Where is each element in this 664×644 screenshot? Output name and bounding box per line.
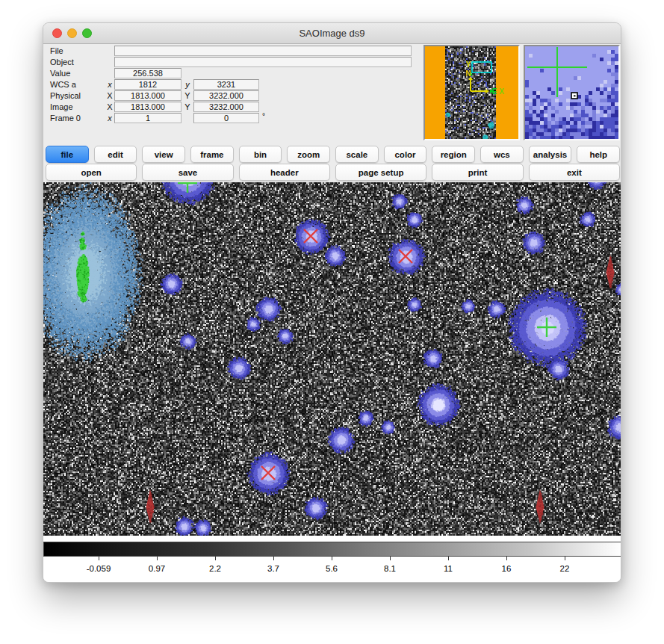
info-label-physical: Physical [43, 91, 105, 100]
info-panel: FileObjectValue256.538WCS ax1812y3231Phy… [43, 45, 417, 123]
menu-save-button[interactable]: save [142, 164, 233, 181]
menu-edit-button[interactable]: edit [94, 146, 137, 163]
axis-label-image-2: Y [181, 102, 193, 111]
physical-x-field[interactable]: 1813.000 [114, 90, 181, 101]
menu-help-button[interactable]: help [577, 146, 620, 163]
physical-y-field[interactable]: 3232.000 [193, 90, 259, 101]
ds9-window: SAOImage ds9 FileObjectValue256.538WCS a… [43, 22, 621, 583]
colorbar-strip: -0.0590.972.23.75.68.1111622 [43, 536, 621, 583]
magnifier-canvas[interactable] [525, 46, 618, 139]
menu-wcs-button[interactable]: wcs [480, 146, 524, 163]
degree-symbol: ° [262, 112, 265, 120]
menu-scale-button[interactable]: scale [335, 146, 379, 163]
colorbar-tick-label: 3.7 [267, 564, 279, 573]
menu-region-button[interactable]: region [432, 146, 475, 163]
colorbar-tick-label: -0.059 [87, 564, 111, 573]
axis-label-physical-1: X [105, 91, 114, 100]
info-row-wcs-a: WCS ax1812y3231 [43, 78, 417, 90]
info-row-frame-0: Frame 0x10° [43, 112, 417, 123]
object-field[interactable] [114, 57, 412, 67]
panner-canvas[interactable] [425, 46, 518, 139]
colorbar-tick-label: 5.6 [326, 564, 338, 573]
title-bar[interactable]: SAOImage ds9 [43, 23, 621, 44]
colorbar-tick [215, 557, 216, 560]
menu-zoom-button[interactable]: zoom [287, 146, 330, 163]
axis-label-physical-2: Y [181, 91, 193, 100]
colorbar-tick-label: 8.1 [384, 564, 396, 573]
frame-0-y-field[interactable]: 0 [193, 113, 259, 123]
menu-row-1: fileeditviewframebinzoomscalecolorregion… [43, 144, 621, 163]
colorbar-tick-label: 0.97 [149, 564, 165, 573]
menu-open-button[interactable]: open [46, 164, 137, 181]
info-row-value: Value256.538 [43, 67, 417, 78]
menu-print-button[interactable]: print [432, 164, 523, 181]
menu-frame-button[interactable]: frame [190, 146, 234, 163]
colorbar-tick [273, 557, 274, 560]
axis-label-image-1: X [105, 102, 114, 111]
axis-label-wcs-a-1: x [105, 80, 114, 89]
info-row-file: File [43, 45, 417, 56]
colorbar-tick [332, 557, 332, 560]
menu-exit-button[interactable]: exit [529, 164, 620, 181]
colorbar-tick [99, 557, 99, 560]
image-y-field[interactable]: 3232.000 [193, 102, 259, 112]
colorbar-tick [448, 557, 449, 560]
wcs-a-x-field[interactable]: 1812 [114, 79, 181, 90]
menu-header-button[interactable]: header [239, 164, 330, 181]
axis-label-wcs-a-2: y [181, 80, 193, 89]
menu-page-setup-button[interactable]: page setup [335, 164, 426, 181]
magnifier[interactable] [524, 45, 620, 140]
window-title: SAOImage ds9 [43, 23, 621, 43]
colorbar-tick [157, 557, 158, 560]
menu-analysis-button[interactable]: analysis [529, 146, 572, 163]
colorbar-tick-label: 22 [560, 564, 570, 573]
image-x-field[interactable]: 1813.000 [114, 102, 181, 112]
info-row-object: Object [43, 56, 417, 67]
colorbar-tick-label: 16 [502, 564, 512, 573]
menu-bin-button[interactable]: bin [239, 146, 282, 163]
panner[interactable] [423, 45, 520, 140]
colorbar-tick [506, 557, 507, 560]
colorbar-tick [565, 557, 565, 560]
info-label-value: Value [43, 69, 105, 78]
file-field[interactable] [114, 46, 412, 56]
menu-row-2: opensaveheaderpage setupprintexit [43, 162, 621, 181]
info-label-frame-0: Frame 0 [43, 114, 105, 123]
frame-0-x-field[interactable]: 1 [114, 113, 181, 123]
menu-view-button[interactable]: view [142, 146, 185, 163]
colorbar-tick-label: 11 [444, 564, 453, 573]
info-row-physical: PhysicalX1813.000Y3232.000 [43, 90, 417, 101]
menu-color-button[interactable]: color [384, 146, 427, 163]
info-label-wcs-a: WCS a [43, 80, 105, 89]
image-display[interactable] [43, 182, 621, 536]
menu-file-button[interactable]: file [46, 146, 89, 163]
info-label-image: Image [43, 102, 105, 111]
wcs-a-y-field[interactable]: 3231 [193, 79, 259, 90]
info-row-image: ImageX1813.000Y3232.000 [43, 101, 417, 112]
colorbar-tick [390, 557, 391, 560]
info-label-object: Object [43, 58, 105, 66]
info-label-file: File [43, 46, 105, 55]
colorbar[interactable] [43, 542, 621, 557]
axis-label-frame-0-1: x [105, 114, 114, 123]
colorbar-tick-label: 2.2 [209, 564, 221, 573]
value-field[interactable]: 256.538 [114, 68, 181, 78]
